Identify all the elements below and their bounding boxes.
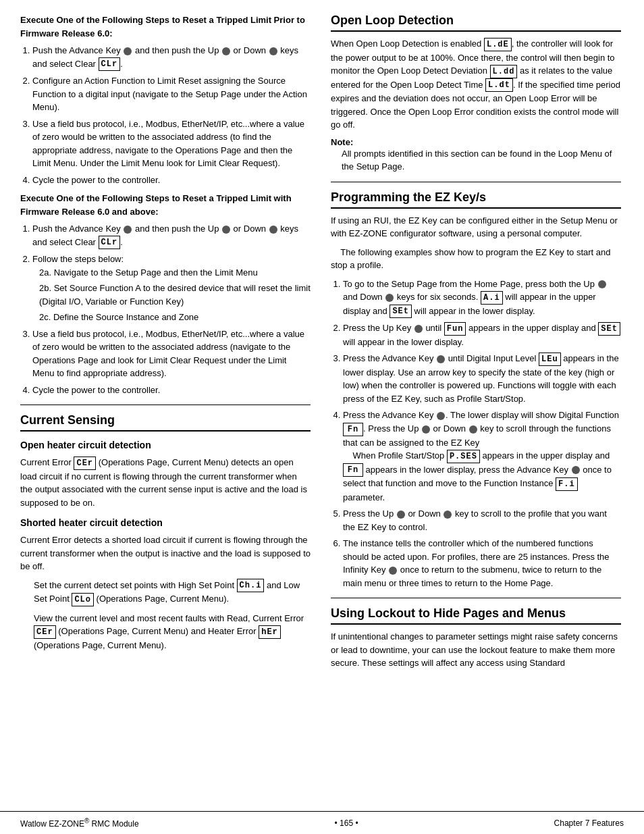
advance-key-icon — [124, 47, 132, 55]
section2-heading: Execute One of the Following Steps to Re… — [20, 192, 311, 218]
ai-display: A.i — [481, 291, 503, 305]
list-item: Push the Advance Key and then push the U… — [32, 44, 311, 71]
clr-display2: CLr — [99, 236, 121, 249]
open-heater-text: Current Error CEr (Operations Page, Curr… — [20, 456, 311, 509]
lockout-title: Using Lockout to Hide Pages and Menus — [331, 606, 621, 625]
divider1 — [20, 405, 311, 405]
ez-step-1: To go to the Setup Page from the Home Pa… — [343, 278, 621, 319]
sub-step-2c: 2c. Define the Source Instance and Zone — [39, 311, 311, 324]
content-area: Execute One of the Following Steps to Re… — [0, 0, 644, 811]
up-key-icon — [397, 511, 405, 519]
section1-heading: Execute One of the Following Steps to Re… — [20, 14, 311, 40]
list-item: Configure an Action Function to Limit Re… — [32, 74, 311, 114]
set-points-block: Set the current detect set points with H… — [34, 579, 311, 652]
view-faults-text: View the current level and most recent f… — [34, 612, 311, 652]
ldt-display: L.dt — [485, 78, 513, 92]
down-key-icon — [385, 294, 394, 302]
section2-list: Push the Advance Key and then push the U… — [32, 222, 311, 396]
list-item: Cycle the power to the controller. — [32, 384, 311, 397]
advance-key-icon — [124, 226, 132, 234]
ez-step-5: Press the Up or Down key to scroll to th… — [343, 507, 621, 533]
cer-display2: CEr — [34, 625, 56, 639]
footer-brand-sup: ® — [84, 817, 89, 825]
open-loop-title: Open Loop Detection — [331, 14, 621, 32]
open-heater-subtitle: Open heater circuit detection — [20, 438, 311, 452]
infinity-key-icon — [389, 567, 397, 575]
set-points-text: Set the current detect set points with H… — [34, 579, 311, 606]
ez-step-3: Press the Advance Key until Digital Inpu… — [343, 352, 621, 405]
set-display: SEt — [390, 305, 412, 318]
advance-key-icon — [572, 466, 580, 474]
ez-key-steps: To go to the Setup Page from the Home Pa… — [343, 278, 621, 590]
down-key-icon — [269, 47, 277, 55]
down-key-icon — [444, 511, 452, 519]
ez-key-intro1: If using an RUI, the EZ Key can be confi… — [331, 214, 621, 240]
ldd-display: L.dd — [490, 65, 518, 78]
footer: Watlow EZ-ZONE® RMC Module • 165 • Chapt… — [0, 811, 644, 834]
open-loop-text: When Open Loop Detection is enabled L.dE… — [331, 37, 621, 132]
sub-step-2b: 2b. Set Source Function A to the desired… — [39, 282, 311, 308]
up-key-icon — [598, 280, 606, 288]
shorted-heater-text: Current Error detects a shorted load cir… — [20, 533, 311, 573]
sub-steps: 2a. Navigate to the Setup Page and then … — [39, 266, 311, 324]
right-column: Open Loop Detection When Open Loop Detec… — [331, 14, 621, 798]
leu-display: LEu — [539, 353, 561, 366]
fi-display: F.i — [556, 477, 578, 491]
ez-key-intro2: The following examples show how to progr… — [331, 246, 621, 272]
note-text: All prompts identified in this section c… — [342, 147, 621, 174]
divider2 — [331, 182, 621, 182]
left-column: Execute One of the Following Steps to Re… — [20, 14, 311, 798]
set-display2: SEt — [598, 322, 620, 336]
advance-key-icon — [437, 412, 445, 420]
current-sensing-title: Current Sensing — [20, 413, 311, 432]
list-item: Use a field bus protocol, i.e., Modbus, … — [32, 118, 311, 170]
divider3 — [331, 598, 621, 598]
note-block: Note: All prompts identified in this sec… — [331, 137, 621, 174]
ez-step-4: Press the Advance Key . The lower displa… — [343, 409, 621, 504]
ez-key-title: Programming the EZ Key/s — [331, 190, 621, 209]
fn-display: Fn — [343, 423, 363, 436]
ez-step-6: The instance tells the controller which … — [343, 537, 621, 590]
list-item: Use a field bus protocol, i.e., Modbus, … — [32, 328, 311, 380]
page: Execute One of the Following Steps to Re… — [0, 0, 644, 834]
chi-display: Ch.i — [237, 579, 265, 592]
up-key-icon — [222, 47, 230, 55]
footer-brand: Watlow EZ-ZONE® RMC Module — [20, 817, 139, 829]
clo-display: CLo — [72, 593, 94, 606]
her-display: hEr — [259, 625, 281, 639]
ez-step-2: Press the Up Key until Fun appears in th… — [343, 321, 621, 348]
shorted-heater-subtitle: Shorted heater circuit detection — [20, 516, 311, 530]
down-key-icon — [469, 425, 477, 434]
pses-display: P.SES — [447, 450, 480, 463]
section1-list: Push the Advance Key and then push the U… — [32, 44, 311, 186]
fun-display: Fun — [444, 322, 466, 336]
clr-display: CLr — [99, 57, 121, 71]
fn-display2: Fn — [343, 463, 363, 477]
lockout-text: If unintentional changes to parameter se… — [331, 630, 621, 670]
sub-step-2a: 2a. Navigate to the Setup Page and then … — [39, 266, 311, 280]
list-item: Push the Advance Key and then push the U… — [32, 222, 311, 249]
footer-chapter: Chapter 7 Features — [554, 818, 624, 828]
cer-display: CEr — [74, 457, 96, 470]
up-key-icon — [414, 325, 423, 333]
up-key-icon — [422, 425, 430, 434]
note-label: Note: — [331, 137, 353, 147]
footer-page: • 165 • — [335, 818, 358, 828]
up-key-icon — [222, 226, 230, 234]
lde-display: L.dE — [484, 38, 512, 51]
down-key-icon — [269, 226, 277, 234]
list-item: Cycle the power to the controller. — [32, 174, 311, 187]
advance-key-icon — [437, 355, 445, 363]
list-item: Follow the steps below: 2a. Navigate to … — [32, 253, 311, 324]
